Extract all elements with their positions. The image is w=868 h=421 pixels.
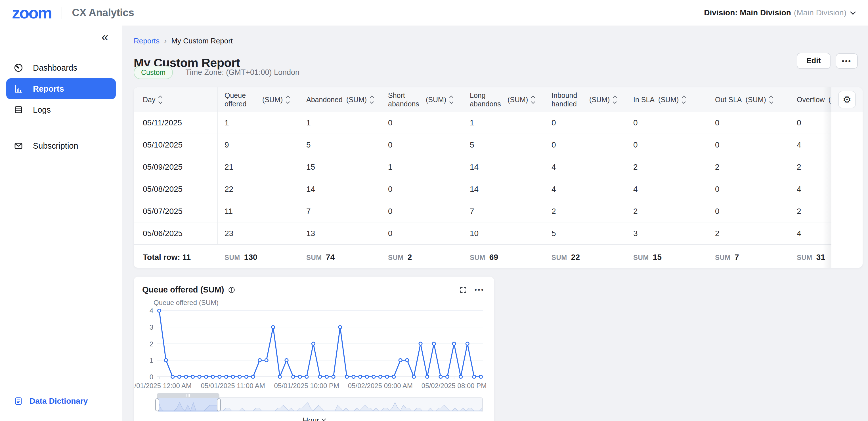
cell-value: 0 [626,134,708,156]
column-header-short-abandons[interactable]: Short abandons(SUM) [381,87,463,112]
breadcrumb: Reports › My Custom Report [134,36,233,45]
cell-value: 5 [545,222,626,244]
svg-text:05/01/2025 12:00 AM: 05/01/2025 12:00 AM [134,382,192,390]
granularity-dropdown[interactable]: Hour [134,416,494,421]
data-dictionary-link[interactable]: Data Dictionary [6,392,116,410]
cell-value: 7 [463,200,545,222]
table-icon [13,105,23,115]
cell-day: 05/09/2025 [134,156,218,178]
brush-handle-left[interactable] [155,398,159,411]
total-row-label: Total row: 11 [134,253,218,262]
sidebar-item-dashboards[interactable]: Dashboards [6,57,116,78]
sort-icon [370,96,373,103]
table-total-row: Total row: 11SUM130SUM74SUM2SUM69SUM22SU… [134,245,863,268]
sidebar-item-subscription[interactable]: Subscription [6,135,116,156]
cell-value: 13 [300,222,381,244]
sidebar-collapse-row: « [0,26,122,50]
sidebar-divider [6,128,116,128]
document-icon [13,396,23,406]
total-cell: SUM74 [300,253,381,262]
more-options-button[interactable]: ••• [836,53,858,69]
cell-value: 0 [545,134,626,156]
svg-text:3: 3 [150,323,153,331]
column-header-abandoned[interactable]: Abandoned(SUM) [300,87,381,112]
table-row: 05/08/202522140144404 [134,178,863,200]
cell-value: 0 [381,134,463,156]
cell-value: 2 [708,156,790,178]
table-row: 05/11/202511010000 [134,112,863,134]
cell-value: 3 [626,222,708,244]
cell-value: 4 [545,156,626,178]
cell-value: 1 [218,112,300,134]
brush-selection[interactable] [158,398,219,412]
table-row: 05/10/202595050004 [134,134,863,156]
brush-handle-right[interactable] [217,398,221,411]
sort-icon [159,96,162,103]
total-cell: SUM69 [463,253,545,262]
cell-value: 0 [381,112,463,134]
total-cell: SUM7 [708,253,790,262]
topbar-divider [62,7,62,19]
collapse-sidebar-icon[interactable]: « [102,31,108,43]
svg-text:1: 1 [150,357,153,364]
edit-button[interactable]: Edit [797,53,831,69]
brush-drag-grip[interactable] [157,393,219,398]
zoom-logo: zoom [12,4,51,21]
cell-value: 14 [463,156,545,178]
report-actions: Edit ••• [797,53,858,69]
info-icon[interactable] [228,286,235,294]
bar-chart-icon [13,84,23,94]
chart-tools: ••• [459,286,485,294]
cell-value: 7 [300,200,381,222]
sort-icon [770,96,773,103]
division-selector[interactable]: Division: Main Division (Main Division) [704,8,855,17]
sort-icon [613,96,616,103]
chart-more-icon[interactable]: ••• [474,286,485,294]
cell-value: 14 [300,178,381,200]
table-row: 05/07/2025117072202 [134,200,863,222]
cell-value: 0 [708,178,790,200]
column-header-day[interactable]: Day [134,87,218,112]
top-bar: zoom CX Analytics Division: Main Divisio… [0,0,868,26]
total-cell: SUM2 [381,253,463,262]
sort-icon [286,96,289,103]
division-label: Division: Main Division [704,8,791,17]
report-table-card: DayQueue offered(SUM)Abandoned(SUM)Short… [134,87,863,268]
cell-value: 2 [708,222,790,244]
sort-icon [450,96,453,103]
cell-value: 9 [218,134,300,156]
sort-icon [682,96,685,103]
granularity-label: Hour [303,416,319,421]
cell-value: 0 [626,112,708,134]
column-header-long-abandons[interactable]: Long abandons(SUM) [463,87,545,112]
sidebar-item-reports[interactable]: Reports [6,78,116,99]
cell-value: 5 [300,134,381,156]
cell-value: 0 [708,112,790,134]
sidebar-menu: DashboardsReportsLogsSubscription [0,50,122,156]
chart-header: Queue offered (SUM) ••• [134,277,494,294]
cell-value: 0 [381,200,463,222]
sidebar-bottom: Data Dictionary [0,392,122,421]
gear-icon[interactable]: ⚙ [838,91,856,108]
cell-value: 22 [218,178,300,200]
column-header-in-sla[interactable]: In SLA(SUM) [626,87,708,112]
report-meta: Custom Time Zone: (GMT+01:00) London [134,66,300,79]
cell-value: 0 [708,200,790,222]
column-header-queue-offered[interactable]: Queue offered(SUM) [218,87,300,112]
sidebar-item-logs[interactable]: Logs [6,99,116,120]
cell-day: 05/06/2025 [134,222,218,244]
cell-value: 15 [300,156,381,178]
line-chart: 0123405/01/2025 12:00 AM05/01/2025 11:00… [134,304,494,392]
timezone-label: Time Zone: (GMT+01:00) London [185,68,300,77]
table-settings-column: ⚙ [831,87,863,268]
cell-value: 5 [463,134,545,156]
cell-value: 10 [463,222,545,244]
brush-track[interactable] [157,397,483,412]
column-header-out-sla[interactable]: Out SLA(SUM) [708,87,790,112]
fullscreen-icon[interactable] [459,286,467,294]
table-scroll-area[interactable]: DayQueue offered(SUM)Abandoned(SUM)Short… [134,87,863,268]
breadcrumb-reports-link[interactable]: Reports [134,37,159,45]
column-header-inbound-handled[interactable]: Inbound handled(SUM) [545,87,626,112]
cell-value: 11 [218,200,300,222]
app-title: CX Analytics [72,7,134,19]
